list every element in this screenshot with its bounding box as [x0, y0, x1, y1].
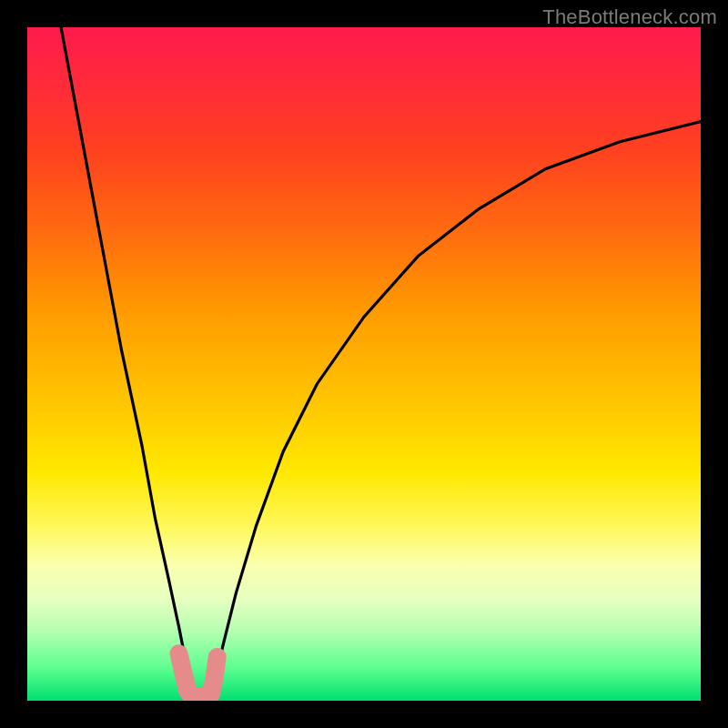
- left-curve: [61, 27, 193, 701]
- plot-area: [27, 27, 701, 701]
- curve-layer: [27, 27, 701, 701]
- chart-frame: TheBottleneck.com: [0, 0, 728, 728]
- valley-markers: [179, 653, 217, 697]
- watermark-text: TheBottleneck.com: [542, 5, 717, 29]
- right-curve: [213, 122, 702, 701]
